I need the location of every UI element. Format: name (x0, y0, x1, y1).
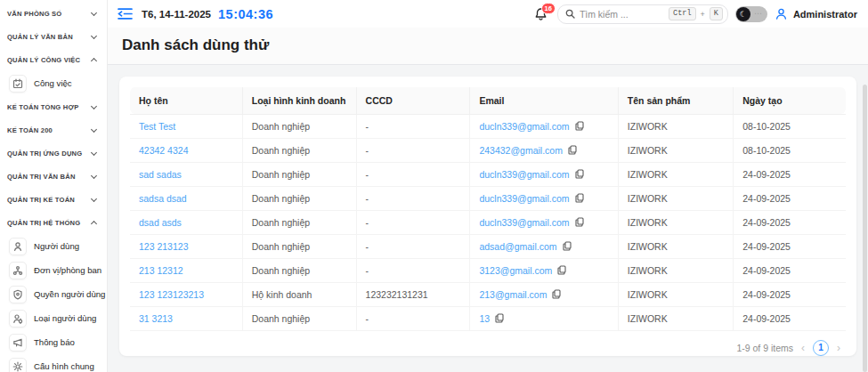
chevron-down-icon (91, 32, 97, 38)
copy-icon[interactable] (552, 289, 561, 299)
column-header-business-type: Loại hình kinh doanh (242, 87, 356, 114)
cccd-cell: - (356, 258, 470, 282)
sidebar-group-quan-tri-he-thong[interactable]: QUẢN TRỊ HỆ THỐNG (0, 211, 107, 234)
column-header-product: Tên sản phẩm (618, 87, 733, 114)
table-row: dsad asds Doanh nghiệp - ducln339@gmail.… (130, 210, 846, 234)
sidebar-item-quyen-nguoi-dung[interactable]: Quyền người dùng (0, 282, 107, 306)
email-link[interactable]: adsad@gmail.com (479, 241, 556, 252)
theme-toggle[interactable]: ⋯ ☾ (735, 6, 767, 22)
product-cell: IZIWORK (618, 258, 733, 282)
copy-icon[interactable] (575, 121, 584, 131)
product-cell: IZIWORK (618, 162, 733, 186)
moon-icon: ☾ (736, 7, 750, 21)
sidebar-item-label: Đơn vị/phòng ban (34, 265, 101, 275)
email-link[interactable]: 13 (479, 313, 490, 324)
plus-separator: + (701, 10, 705, 19)
table-row: 123 123123213 Hộ kinh doanh 123232131231… (130, 282, 846, 306)
trial-name-link[interactable]: 123 123123213 (139, 289, 204, 300)
copy-icon[interactable] (568, 145, 577, 155)
prev-page-icon[interactable]: ‹ (801, 343, 805, 353)
copy-icon[interactable] (575, 217, 584, 227)
trial-name-link[interactable]: dsad asds (139, 217, 182, 228)
group-label: QUẢN LÝ VĂN BẢN (7, 33, 73, 41)
trial-name-link[interactable]: 123 213123 (139, 241, 188, 252)
scrollbar[interactable] (863, 85, 867, 372)
notification-bell-icon[interactable]: 16 (532, 5, 550, 23)
sidebar-item-label: Người dùng (34, 241, 79, 251)
email-link[interactable]: 3123@gmail.com (479, 265, 552, 276)
cccd-cell: - (356, 210, 470, 234)
sidebar-item-label: Cấu hình chung (34, 361, 94, 371)
sidebar-group-quan-tri-ke-toan[interactable]: QUẢN TRỊ KẾ TOÁN (0, 188, 107, 211)
copy-icon[interactable] (495, 313, 504, 323)
table-row: Test Test Doanh nghiệp - ducln339@gmail.… (130, 114, 846, 138)
cccd-cell: 123232131231 (356, 282, 470, 306)
page-number-button[interactable]: 1 (813, 340, 829, 356)
page-title: Danh sách dùng thử (122, 36, 854, 54)
chevron-down-icon (91, 9, 97, 15)
chevron-down-icon (91, 172, 97, 178)
sidebar-item-loai-nguoi-dung[interactable]: Loại người dùng (0, 306, 107, 330)
user-icon (9, 238, 27, 255)
email-link[interactable]: ducln339@gmail.com (479, 121, 569, 132)
k-keycap: K (710, 7, 723, 20)
created-date-cell: 24-09-2025 (734, 210, 846, 234)
toggle-track-dots: ⋯ (754, 9, 763, 18)
sidebar-item-cong-viec[interactable]: Công việc (0, 71, 107, 95)
table-row: sadsa dsad Doanh nghiệp - ducln339@gmail… (130, 186, 846, 210)
search-input[interactable] (580, 9, 664, 20)
copy-icon[interactable] (557, 265, 566, 275)
notification-badge: 16 (541, 3, 556, 15)
trial-name-link[interactable]: sad sadas (139, 169, 182, 180)
trial-name-link[interactable]: Test Test (139, 121, 175, 132)
group-label: QUẢN LÝ CÔNG VIỆC (7, 56, 80, 64)
group-label: QUẢN TRỊ VĂN BẢN (7, 173, 76, 181)
created-date-cell: 08-10-2025 (734, 138, 846, 162)
sidebar-group-quan-tri-van-ban[interactable]: QUẢN TRỊ VĂN BẢN (0, 165, 107, 188)
chevron-down-icon (91, 102, 97, 109)
email-link[interactable]: ducln339@gmail.com (479, 169, 569, 180)
copy-icon[interactable] (575, 169, 584, 179)
group-label: KẾ TOÁN 200 (7, 126, 53, 134)
product-cell: IZIWORK (618, 114, 733, 138)
group-label: QUẢN TRỊ KẾ TOÁN (7, 196, 75, 204)
sidebar-group-ke-toan-tong-hop[interactable]: KẾ TOÁN TỔNG HỢP (0, 95, 107, 118)
sidebar-item-thong-bao[interactable]: Thông báo (0, 330, 107, 354)
created-date-cell: 24-09-2025 (734, 186, 846, 210)
sidebar-item-nguoi-dung[interactable]: Người dùng (0, 234, 107, 258)
email-link[interactable]: ducln339@gmail.com (479, 193, 569, 204)
trial-name-link[interactable]: 42342 4324 (139, 145, 188, 156)
column-header-name: Họ tên (130, 87, 242, 114)
sidebar-item-don-vi-phong-ban[interactable]: Đơn vị/phòng ban (0, 258, 107, 282)
user-menu[interactable]: Administrator (775, 7, 857, 20)
app-window: VĂN PHÒNG SỐ QUẢN LÝ VĂN BẢN QUẢN LÝ CÔN… (0, 0, 868, 372)
next-page-icon[interactable]: › (837, 343, 840, 353)
sidebar-group-quan-ly-cong-viec[interactable]: QUẢN LÝ CÔNG VIỆC (0, 48, 107, 71)
column-header-created: Ngày tạo (734, 87, 846, 114)
trial-name-link[interactable]: 31 3213 (139, 313, 173, 324)
email-link[interactable]: 243432@gmail.com (479, 145, 563, 156)
table-row: sad sadas Doanh nghiệp - ducln339@gmail.… (130, 162, 846, 186)
group-label: QUẢN TRỊ HỆ THỐNG (7, 219, 80, 227)
current-date: T6, 14-11-2025 (142, 9, 211, 20)
sidebar-group-ke-toan-200[interactable]: KẾ TOÁN 200 (0, 118, 107, 142)
email-link[interactable]: ducln339@gmail.com (479, 217, 569, 228)
sidebar-group-quan-ly-van-ban[interactable]: QUẢN LÝ VĂN BẢN (0, 25, 107, 48)
copy-icon[interactable] (575, 193, 584, 203)
chevron-up-icon (91, 58, 97, 64)
global-search[interactable]: Ctrl + K (557, 4, 728, 24)
menu-fold-icon[interactable] (115, 4, 134, 24)
sidebar-group-quan-tri-ung-dung[interactable]: QUẢN TRỊ ỨNG DỤNG (0, 142, 107, 165)
topbar: T6, 14-11-2025 15:04:36 16 Ctrl + K (108, 0, 868, 28)
cccd-cell: - (356, 186, 470, 210)
created-date-cell: 24-09-2025 (734, 282, 846, 306)
table-header-row: Họ tên Loại hình kinh doanh CCCD Email T… (130, 87, 846, 114)
sidebar-group-van-phong-so[interactable]: VĂN PHÒNG SỐ (0, 2, 107, 25)
email-link[interactable]: 213@gmail.com (479, 289, 547, 300)
username-label: Administrator (793, 9, 857, 20)
trial-name-link[interactable]: sadsa dsad (139, 193, 187, 204)
copy-icon[interactable] (563, 241, 572, 251)
org-chart-icon (9, 262, 27, 279)
sidebar-item-cau-hinh-chung[interactable]: Cấu hình chung (0, 354, 107, 372)
trial-name-link[interactable]: 213 12312 (139, 265, 183, 276)
